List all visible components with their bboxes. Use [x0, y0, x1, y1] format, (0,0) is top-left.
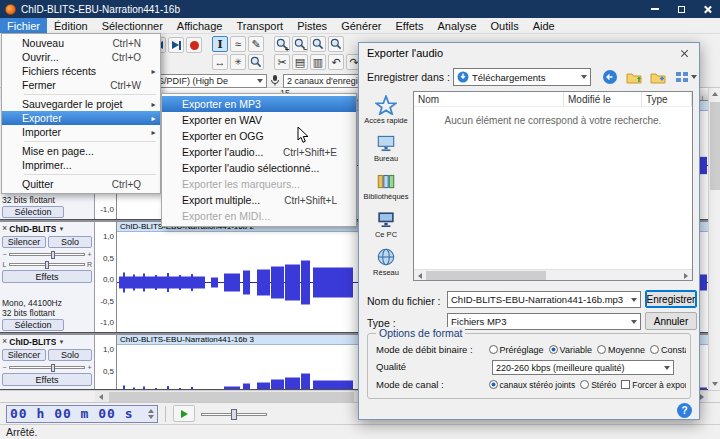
- scroll-down-button[interactable]: [709, 378, 720, 390]
- track-name[interactable]: ChID-BLITS: [9, 337, 56, 347]
- timeshift-tool-button[interactable]: ↔: [212, 54, 228, 70]
- bitrate-constant-radio[interactable]: Constant: [650, 345, 686, 355]
- paste-button[interactable]: ▥: [310, 54, 326, 70]
- menu-item-fichiers-recents[interactable]: Fichiers récents▸: [2, 64, 160, 78]
- scroll-right-button[interactable]: [680, 270, 692, 282]
- record-button[interactable]: [186, 37, 202, 53]
- quality-select[interactable]: 220-260 kbps (meilleure qualité): [492, 360, 674, 375]
- menu-item-sauvegarder[interactable]: Sauvegarder le projet▸: [2, 97, 160, 111]
- menu-effets[interactable]: Effets: [388, 18, 430, 33]
- list-scroll-thumb[interactable]: [426, 271, 546, 280]
- copy-button[interactable]: ▤: [292, 54, 308, 70]
- gain-slider-thumb[interactable]: [51, 364, 55, 372]
- speed-slider-thumb[interactable]: [231, 409, 237, 420]
- menu-aide[interactable]: Aide: [526, 18, 562, 33]
- save-in-select[interactable]: Téléchargements: [453, 68, 591, 86]
- cancel-button[interactable]: Annuler: [645, 312, 697, 330]
- zoom-out-button[interactable]: −: [292, 36, 308, 52]
- menu-item-export-audio[interactable]: Exporter l'audio...Ctrl+Shift+E: [162, 144, 356, 160]
- menu-item-export-mp3[interactable]: Exporter en MP3: [162, 96, 356, 112]
- zoom-tool-button[interactable]: [248, 54, 264, 70]
- maximize-button[interactable]: [668, 0, 694, 18]
- up-one-level-button[interactable]: [625, 68, 643, 86]
- place-this-pc[interactable]: Ce PC: [361, 205, 411, 243]
- view-menu-button[interactable]: [673, 68, 699, 86]
- multi-tool-button[interactable]: ✳: [230, 54, 246, 70]
- vertical-scrollbar[interactable]: [708, 88, 720, 390]
- selection-tool-button[interactable]: I: [212, 36, 228, 52]
- envelope-tool-button[interactable]: ≈: [230, 36, 246, 52]
- playback-speed-slider[interactable]: [201, 407, 267, 421]
- menu-item-nouveau[interactable]: NouveauCtrl+N: [2, 36, 160, 50]
- skip-end-button[interactable]: [168, 37, 184, 53]
- menu-edition[interactable]: Édition: [47, 18, 95, 33]
- filename-input[interactable]: ChID-BLITS-EBU-Narration441-16b.mp3: [447, 291, 641, 308]
- horizontal-scroll-thumb[interactable]: [109, 392, 354, 402]
- channel-joint-stereo-radio[interactable]: canaux stéréo joints: [489, 380, 576, 390]
- zoom-selection-button[interactable]: [310, 36, 326, 52]
- menu-item-imprimer[interactable]: Imprimer...: [2, 158, 160, 172]
- mute-button[interactable]: Silencer: [2, 236, 46, 248]
- track-name[interactable]: ChID-BLITS: [9, 224, 56, 234]
- column-modified[interactable]: Modifié le: [564, 92, 642, 106]
- solo-button[interactable]: Solo: [48, 236, 92, 248]
- pan-slider-thumb[interactable]: [45, 261, 49, 269]
- file-list[interactable]: Nom Modifié le Type Aucun élément ne cor…: [413, 91, 693, 281]
- zoom-fit-button[interactable]: [328, 36, 344, 52]
- place-quick-access[interactable]: Accès rapide: [361, 91, 411, 129]
- menu-item-export-selected-audio[interactable]: Exporter l'audio sélectionné...: [162, 160, 356, 176]
- select-button[interactable]: Sélection: [2, 206, 64, 218]
- gain-slider[interactable]: − +: [2, 250, 92, 258]
- undo-button[interactable]: ↶: [328, 54, 344, 70]
- zoom-in-button[interactable]: +: [274, 36, 290, 52]
- close-button[interactable]: [694, 0, 720, 18]
- force-mono-checkbox[interactable]: Forcer à exporter en mono: [621, 380, 686, 390]
- dialog-close-button[interactable]: [669, 43, 699, 63]
- track-close-icon[interactable]: ×: [2, 337, 7, 346]
- menu-affichage[interactable]: Affichage: [170, 18, 230, 33]
- play-at-speed-button[interactable]: [173, 405, 195, 422]
- channel-stereo-radio[interactable]: Stéréo: [580, 380, 616, 390]
- menu-item-ouvrir[interactable]: Ouvrir...Ctrl+O: [2, 50, 160, 64]
- menu-item-importer[interactable]: Importer▸: [2, 125, 160, 139]
- selection-time-display[interactable]: 00 h 00 m 00 s: [6, 405, 158, 423]
- menu-item-export-multiple[interactable]: Export multiple...Ctrl+Shift+L: [162, 192, 356, 208]
- vertical-scroll-thumb[interactable]: [710, 102, 720, 190]
- mute-button[interactable]: Silencer: [2, 349, 46, 361]
- track-menu-caret-icon[interactable]: ▼: [58, 339, 64, 345]
- help-button[interactable]: ?: [677, 403, 692, 418]
- effects-button[interactable]: Effets: [2, 373, 92, 386]
- pan-slider[interactable]: L R: [2, 260, 92, 268]
- minimize-button[interactable]: [642, 0, 668, 18]
- menu-transport[interactable]: Transport: [229, 18, 290, 33]
- place-desktop[interactable]: Bureau: [361, 129, 411, 167]
- back-button[interactable]: [601, 68, 619, 86]
- menu-item-fermer[interactable]: FermerCtrl+W: [2, 78, 160, 92]
- place-network[interactable]: Réseau: [361, 243, 411, 281]
- menu-outils[interactable]: Outils: [484, 18, 526, 33]
- solo-button[interactable]: Solo: [48, 349, 92, 361]
- menu-analyse[interactable]: Analyse: [430, 18, 483, 33]
- column-type[interactable]: Type: [642, 92, 692, 106]
- menu-selectionner[interactable]: Sélectionner: [95, 18, 170, 33]
- menu-fichier[interactable]: Fichier: [0, 18, 47, 33]
- column-name[interactable]: Nom: [414, 92, 564, 106]
- bitrate-preset-radio[interactable]: Préréglage: [489, 345, 544, 355]
- cut-button[interactable]: ✂: [274, 54, 290, 70]
- bitrate-average-radio[interactable]: Moyenne: [597, 345, 645, 355]
- track-menu-caret-icon[interactable]: ▼: [58, 226, 64, 232]
- new-folder-button[interactable]: [649, 68, 667, 86]
- menu-pistes[interactable]: Pistes: [290, 18, 334, 33]
- playback-device-select[interactable]: (S/PDIF) (High De: [151, 74, 267, 88]
- effects-button[interactable]: Effets: [2, 270, 92, 283]
- menu-item-export-wav[interactable]: Exporter en WAV: [162, 112, 356, 128]
- scroll-up-button[interactable]: [709, 88, 720, 100]
- gain-slider[interactable]: − +: [2, 363, 92, 371]
- time-spinner[interactable]: [148, 409, 154, 419]
- gain-slider-thumb[interactable]: [51, 251, 55, 259]
- menu-item-quitter[interactable]: QuitterCtrl+Q: [2, 177, 160, 191]
- type-select[interactable]: Fichiers MP3: [447, 313, 641, 330]
- menu-item-export-ogg[interactable]: Exporter en OGG: [162, 128, 356, 144]
- menu-item-exporter[interactable]: Exporter▸: [2, 111, 160, 125]
- menu-generer[interactable]: Générer: [334, 18, 388, 33]
